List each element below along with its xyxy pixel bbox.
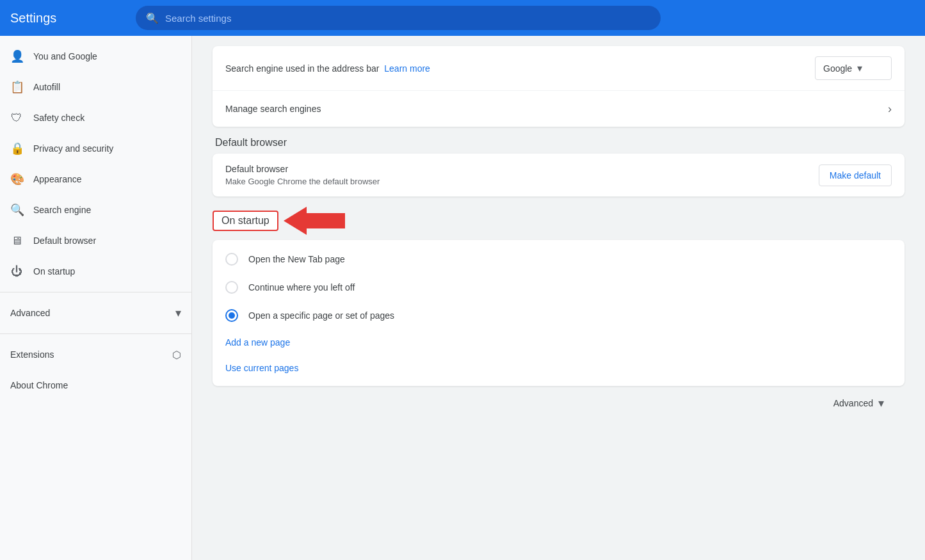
default-browser-card: Default browser Make Google Chrome the d… [213, 154, 905, 196]
search-bar[interactable]: 🔍 [136, 6, 661, 30]
sidebar-item-safety-check[interactable]: 🛡 Safety check [0, 102, 181, 133]
sidebar-label: Appearance [33, 174, 82, 184]
sidebar-advanced[interactable]: Advanced ▾ [0, 298, 191, 328]
search-icon: 🔍 [10, 203, 23, 217]
on-startup-annotation: On startup [213, 207, 905, 235]
app-title: Settings [10, 11, 125, 26]
sidebar-label: Safety check [33, 113, 84, 123]
sidebar-divider-2 [0, 333, 191, 334]
sidebar-about-chrome[interactable]: About Chrome [0, 370, 191, 401]
search-engine-row: Search engine used in the address bar Le… [213, 46, 905, 91]
radio-label-continue: Continue where you left off [248, 282, 355, 292]
bottom-advanced-label[interactable]: Advanced [833, 398, 873, 408]
sidebar-label: Default browser [33, 236, 96, 246]
on-startup-label: On startup [213, 211, 278, 231]
default-browser-heading: Default browser [213, 137, 905, 148]
default-browser-row: Default browser Make Google Chrome the d… [213, 154, 905, 196]
radio-button-specific-page[interactable] [225, 309, 238, 322]
lock-icon: 🔒 [10, 141, 23, 156]
sidebar-item-autofill[interactable]: 📋 Autofill [0, 72, 181, 102]
sidebar: 👤 You and Google 📋 Autofill 🛡 Safety che… [0, 36, 192, 560]
extensions-label: Extensions [10, 349, 167, 360]
add-new-page-button[interactable]: Add a new page [213, 330, 303, 355]
palette-icon: 🎨 [10, 172, 23, 186]
arrow-body [307, 213, 345, 228]
radio-label-specific-page: Open a specific page or set of pages [248, 310, 394, 321]
learn-more-link[interactable]: Learn more [384, 63, 430, 74]
radio-continue[interactable]: Continue where you left off [213, 273, 905, 301]
person-icon: 👤 [10, 49, 23, 63]
sidebar-label: Search engine [33, 205, 91, 215]
manage-search-engines-text: Manage search engines [225, 104, 888, 114]
bottom-bar: Advanced ▾ [213, 386, 905, 420]
sidebar-label: Privacy and security [33, 143, 113, 154]
make-default-button[interactable]: Make default [819, 164, 892, 186]
layout: 👤 You and Google 📋 Autofill 🛡 Safety che… [0, 36, 925, 560]
use-current-pages-button[interactable]: Use current pages [213, 355, 311, 381]
default-browser-subtitle: Make Google Chrome the default browser [225, 177, 819, 186]
sidebar-label: You and Google [33, 51, 97, 61]
shield-icon: 🛡 [10, 111, 23, 125]
browser-icon: 🖥 [10, 234, 23, 248]
bottom-chevron-down-icon: ▾ [878, 396, 884, 410]
default-browser-title: Default browser [225, 164, 819, 174]
manage-search-engines-row[interactable]: Manage search engines › [213, 91, 905, 127]
search-engine-control: Google ▾ [815, 56, 892, 80]
search-engine-text: Search engine used in the address bar Le… [225, 63, 815, 74]
default-browser-text: Default browser Make Google Chrome the d… [225, 164, 819, 186]
red-arrow-annotation [284, 207, 345, 235]
sidebar-item-appearance[interactable]: 🎨 Appearance [0, 164, 181, 195]
startup-icon: ⏻ [10, 265, 23, 278]
sidebar-item-you-and-google[interactable]: 👤 You and Google [0, 41, 181, 72]
search-engine-card: Search engine used in the address bar Le… [213, 46, 905, 127]
dropdown-value: Google [823, 63, 852, 74]
sidebar-item-default-browser[interactable]: 🖥 Default browser [0, 225, 181, 256]
sidebar-divider [0, 292, 191, 292]
autofill-icon: 📋 [10, 80, 23, 94]
radio-button-new-tab[interactable] [225, 253, 238, 266]
advanced-label: Advanced [10, 308, 170, 318]
chevron-down-icon: ▾ [175, 306, 181, 320]
sidebar-item-privacy-security[interactable]: 🔒 Privacy and security [0, 133, 181, 164]
radio-specific-page[interactable]: Open a specific page or set of pages [213, 301, 905, 330]
external-link-icon: ⬡ [172, 349, 181, 361]
radio-inner-dot [229, 312, 235, 319]
arrow-head [284, 207, 307, 235]
sidebar-extensions[interactable]: Extensions ⬡ [0, 339, 191, 370]
on-startup-card: Open the New Tab page Continue where you… [213, 240, 905, 386]
sidebar-item-search-engine[interactable]: 🔍 Search engine [0, 195, 181, 225]
about-chrome-label: About Chrome [10, 380, 68, 390]
search-icon: 🔍 [146, 12, 159, 24]
main-content: Search engine used in the address bar Le… [192, 36, 925, 560]
radio-label-new-tab: Open the New Tab page [248, 254, 345, 264]
chevron-down-icon: ▾ [857, 62, 862, 74]
radio-button-continue[interactable] [225, 281, 238, 294]
chevron-right-icon: › [888, 102, 892, 116]
sidebar-label: Autofill [33, 82, 60, 92]
header: Settings 🔍 [0, 0, 925, 36]
radio-new-tab[interactable]: Open the New Tab page [213, 245, 905, 273]
search-engine-dropdown[interactable]: Google ▾ [815, 56, 892, 80]
sidebar-item-on-startup[interactable]: ⏻ On startup [0, 256, 181, 287]
sidebar-label: On startup [33, 266, 75, 276]
search-input[interactable] [165, 13, 650, 24]
